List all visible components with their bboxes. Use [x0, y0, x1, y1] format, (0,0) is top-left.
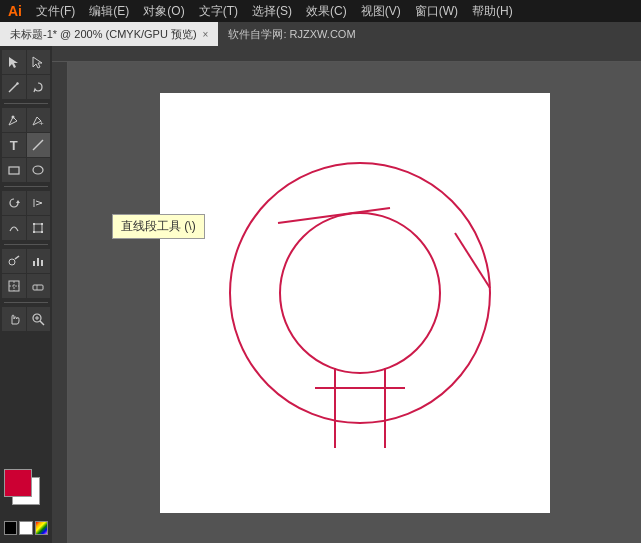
svg-line-4	[33, 140, 43, 150]
ruler-horizontal	[52, 46, 641, 62]
color-area	[2, 465, 50, 539]
main-layout: + T	[0, 46, 641, 543]
menu-help[interactable]: 帮助(H)	[466, 1, 519, 22]
canvas-content[interactable]	[68, 62, 641, 543]
svg-point-2	[11, 116, 14, 119]
toolbox: + T	[0, 46, 52, 543]
tool-row-warp	[2, 216, 50, 240]
svg-line-24	[40, 321, 44, 325]
svg-line-30	[455, 233, 490, 288]
tab-inactive[interactable]: 软件自学网: RJZXW.COM	[218, 22, 365, 46]
stroke-fill-row	[4, 521, 48, 535]
svg-rect-9	[33, 223, 35, 225]
zoom-tool[interactable]	[27, 307, 51, 331]
direct-select-tool[interactable]	[27, 50, 51, 74]
reflect-tool[interactable]	[27, 191, 51, 215]
slice-tool[interactable]	[2, 274, 26, 298]
tab-close-button[interactable]: ×	[203, 29, 209, 40]
eraser-tool[interactable]	[27, 274, 51, 298]
tool-row-transform	[2, 191, 50, 215]
svg-rect-11	[33, 231, 35, 233]
drawing-canvas	[160, 93, 550, 513]
symbol-sprayer-tool[interactable]	[2, 249, 26, 273]
menu-object[interactable]: 对象(O)	[137, 1, 190, 22]
rectangle-tool[interactable]	[2, 158, 26, 182]
lasso-tool[interactable]	[27, 75, 51, 99]
svg-marker-7	[16, 200, 20, 203]
free-transform-tool[interactable]	[27, 216, 51, 240]
svg-rect-15	[33, 261, 35, 266]
menu-select[interactable]: 选择(S)	[246, 1, 298, 22]
title-bar: Ai 文件(F) 编辑(E) 对象(O) 文字(T) 选择(S) 效果(C) 视…	[0, 0, 641, 22]
ellipse-tool[interactable]	[27, 158, 51, 182]
ruler-vertical	[52, 62, 68, 543]
svg-point-13	[9, 259, 15, 265]
separator-4	[4, 302, 48, 303]
menu-file[interactable]: 文件(F)	[30, 1, 81, 22]
svg-line-29	[278, 208, 390, 223]
none-swatch[interactable]	[19, 521, 32, 535]
tool-row-navigate	[2, 307, 50, 331]
svg-point-27	[230, 163, 490, 423]
line-segment-tool[interactable]	[27, 133, 51, 157]
menu-edit[interactable]: 编辑(E)	[83, 1, 135, 22]
gradient-swatch[interactable]	[35, 521, 48, 535]
svg-rect-8	[34, 224, 42, 232]
tab-inactive-label: 软件自学网: RJZXW.COM	[228, 27, 355, 42]
app-logo: Ai	[8, 3, 22, 19]
foreground-color-swatch[interactable]	[4, 469, 32, 497]
artboard[interactable]	[160, 93, 550, 513]
svg-line-14	[15, 256, 19, 259]
tool-row-slice	[2, 274, 50, 298]
type-tool[interactable]: T	[2, 133, 26, 157]
magic-wand-tool[interactable]	[2, 75, 26, 99]
warp-tool[interactable]	[2, 216, 26, 240]
tool-row-symbol	[2, 249, 50, 273]
svg-text:+: +	[39, 119, 44, 127]
select-tool[interactable]	[2, 50, 26, 74]
tool-row-select	[2, 50, 50, 74]
tool-row-pen: +	[2, 108, 50, 132]
separator-1	[4, 103, 48, 104]
svg-point-6	[33, 166, 43, 174]
color-swatches	[4, 469, 52, 517]
svg-rect-17	[41, 260, 43, 266]
separator-2	[4, 186, 48, 187]
svg-rect-16	[37, 258, 39, 266]
separator-3	[4, 244, 48, 245]
svg-line-0	[9, 84, 17, 92]
svg-rect-10	[41, 223, 43, 225]
tool-row-type: T	[2, 133, 50, 157]
menu-effect[interactable]: 效果(C)	[300, 1, 353, 22]
pen-tool[interactable]	[2, 108, 26, 132]
tool-row-shapes	[2, 158, 50, 182]
pen-add-tool[interactable]: +	[27, 108, 51, 132]
menu-view[interactable]: 视图(V)	[355, 1, 407, 22]
graph-tool[interactable]	[27, 249, 51, 273]
hand-tool[interactable]	[2, 307, 26, 331]
svg-point-28	[280, 213, 440, 373]
rotate-tool[interactable]	[2, 191, 26, 215]
svg-rect-5	[9, 167, 19, 174]
svg-rect-12	[41, 231, 43, 233]
canvas-area: 直线段工具 (\)	[52, 46, 641, 543]
tool-row-magic	[2, 75, 50, 99]
stroke-swatch[interactable]	[4, 521, 17, 535]
tab-bar: 未标题-1* @ 200% (CMYK/GPU 预览) × 软件自学网: RJZ…	[0, 22, 641, 46]
menu-bar: 文件(F) 编辑(E) 对象(O) 文字(T) 选择(S) 效果(C) 视图(V…	[30, 1, 519, 22]
tab-active[interactable]: 未标题-1* @ 200% (CMYK/GPU 预览) ×	[0, 22, 218, 46]
menu-window[interactable]: 窗口(W)	[409, 1, 464, 22]
svg-rect-21	[33, 285, 43, 290]
menu-text[interactable]: 文字(T)	[193, 1, 244, 22]
tab-active-label: 未标题-1* @ 200% (CMYK/GPU 预览)	[10, 27, 197, 42]
